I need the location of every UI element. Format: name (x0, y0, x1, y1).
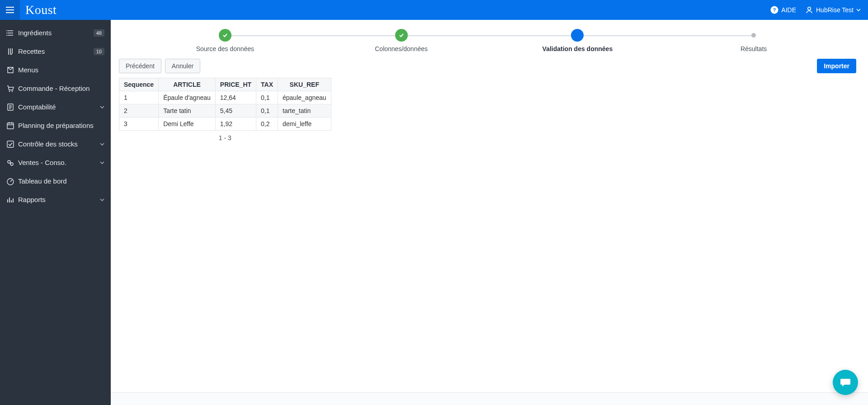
cell-article: Tarte tatin (159, 104, 216, 118)
svg-point-4 (6, 33, 7, 33)
menus-icon (6, 66, 14, 74)
check-icon (398, 32, 405, 38)
table-pagination-label: 1 - 3 (119, 131, 331, 141)
cell-tax: 0,1 (256, 104, 278, 118)
sidebar-item-sales[interactable]: Ventes - Conso. (0, 153, 111, 172)
topbar: Koust ? AIDE HubRise Test (0, 0, 868, 20)
table-header-sku-ref: SKU_REF (278, 78, 331, 91)
sidebar-item-planning[interactable]: Planning de préparations (0, 116, 111, 135)
svg-text:?: ? (773, 7, 776, 13)
wizard-step-1-dot (219, 29, 231, 42)
cell-article: Demi Leffe (159, 118, 216, 131)
check-icon (222, 32, 228, 38)
sidebar-item-recipes[interactable]: Recettes 10 (0, 42, 111, 61)
svg-point-6 (9, 90, 10, 92)
sidebar-item-dashboard[interactable]: Tableau de bord (0, 172, 111, 190)
table-header-row: Sequence ARTICLE PRICE_HT TAX SKU_REF (119, 78, 331, 91)
wizard-step-4-label: Résultats (741, 45, 767, 52)
table-header-price-ht: PRICE_HT (215, 78, 256, 91)
help-label: AIDE (781, 6, 796, 14)
hamburger-icon (6, 7, 14, 13)
validation-table: Sequence ARTICLE PRICE_HT TAX SKU_REF 1 … (119, 78, 331, 131)
sidebar-item-label: Rapports (18, 196, 100, 203)
recipes-badge: 10 (94, 48, 104, 55)
cell-sku-ref: épaule_agneau (278, 91, 331, 104)
chevron-down-icon (100, 161, 104, 164)
svg-point-3 (6, 30, 7, 31)
order-reception-icon (6, 85, 14, 93)
user-icon (805, 6, 813, 14)
cell-sequence: 2 (119, 104, 159, 118)
sidebar-item-accounting[interactable]: Comptabilité (0, 98, 111, 116)
import-button[interactable]: Importer (817, 59, 856, 73)
sidebar-item-label: Ventes - Conso. (18, 159, 100, 166)
cell-article: Épaule d'agneau (159, 91, 216, 104)
sidebar-item-label: Ingrédients (18, 29, 94, 37)
previous-button[interactable]: Précédent (119, 59, 161, 73)
sales-icon (6, 159, 14, 167)
sidebar-item-reports[interactable]: Rapports (0, 190, 111, 209)
cell-price-ht: 1,92 (215, 118, 256, 131)
sidebar-item-order-reception[interactable]: Commande - Réception (0, 79, 111, 98)
chevron-down-icon (100, 198, 104, 201)
help-icon: ? (770, 6, 778, 14)
table-header-tax: TAX (256, 78, 278, 91)
ingredients-badge: 48 (94, 29, 104, 37)
chevron-down-icon (100, 143, 104, 146)
svg-point-7 (12, 90, 13, 92)
cell-sku-ref: demi_leffe (278, 118, 331, 131)
wizard-stepper: Source des données Colonnes/données Vali… (137, 29, 842, 52)
toolbar: Précédent Annuler Importer (119, 59, 860, 73)
accounting-icon (6, 103, 14, 111)
wizard-step-2-label: Colonnes/données (375, 45, 428, 52)
svg-point-5 (6, 35, 7, 36)
sidebar: Ingrédients 48 Recettes 10 Menus Command… (0, 20, 111, 405)
sidebar-item-label: Planning de préparations (18, 122, 104, 129)
main-content: Source des données Colonnes/données Vali… (111, 20, 868, 405)
sidebar-item-label: Contrôle des stocks (18, 140, 100, 148)
svg-rect-10 (7, 141, 14, 147)
table-row: 3 Demi Leffe 1,92 0,2 demi_leffe (119, 118, 331, 131)
cell-tax: 0,2 (256, 118, 278, 131)
sidebar-item-menus[interactable]: Menus (0, 61, 111, 79)
sidebar-item-label: Recettes (18, 47, 94, 55)
footer (111, 392, 868, 405)
reports-icon (6, 196, 14, 204)
sidebar-item-ingredients[interactable]: Ingrédients 48 (0, 24, 111, 42)
sidebar-item-stock-control[interactable]: Contrôle des stocks (0, 135, 111, 153)
sidebar-item-label: Commande - Réception (18, 85, 104, 92)
planning-icon (6, 122, 14, 130)
dashboard-icon (6, 177, 14, 185)
cell-price-ht: 5,45 (215, 104, 256, 118)
help-link[interactable]: ? AIDE (770, 6, 796, 14)
cancel-button[interactable]: Annuler (165, 59, 200, 73)
wizard-step-3-dot (571, 29, 584, 42)
recipes-icon (6, 47, 14, 56)
menu-toggle-button[interactable] (0, 0, 20, 20)
logo: Koust (25, 3, 57, 17)
svg-point-2 (808, 7, 811, 10)
sidebar-item-label: Tableau de bord (18, 177, 104, 185)
wizard-step-2-dot (395, 29, 408, 42)
user-name-label: HubRise Test (816, 6, 854, 14)
svg-rect-9 (7, 123, 14, 129)
cell-tax: 0,1 (256, 91, 278, 104)
table-row: 1 Épaule d'agneau 12,64 0,1 épaule_agnea… (119, 91, 331, 104)
stock-control-icon (6, 140, 14, 148)
chevron-down-icon (856, 9, 861, 11)
cell-price-ht: 12,64 (215, 91, 256, 104)
table-header-article: ARTICLE (159, 78, 216, 91)
ingredients-icon (6, 29, 14, 37)
user-menu[interactable]: HubRise Test (805, 6, 861, 14)
cell-sku-ref: tarte_tatin (278, 104, 331, 118)
cell-sequence: 1 (119, 91, 159, 104)
cell-sequence: 3 (119, 118, 159, 131)
table-header-sequence: Sequence (119, 78, 159, 91)
chat-widget-button[interactable] (833, 370, 858, 395)
wizard-step-1-label: Source des données (196, 45, 254, 52)
wizard-step-4-dot (751, 33, 756, 38)
chevron-down-icon (100, 106, 104, 108)
sidebar-item-label: Menus (18, 66, 104, 74)
table-row: 2 Tarte tatin 5,45 0,1 tarte_tatin (119, 104, 331, 118)
chat-icon (839, 376, 852, 389)
